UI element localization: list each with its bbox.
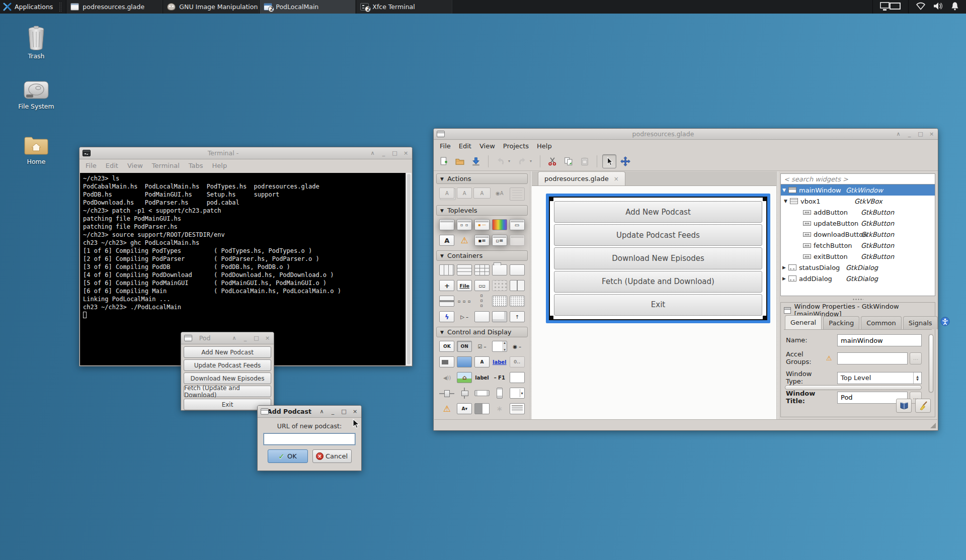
resize-handle[interactable] [763, 197, 767, 201]
minimize-button[interactable]: _ [380, 148, 387, 159]
tree-expander-icon[interactable]: ▼ [781, 188, 787, 193]
undo-button[interactable] [494, 154, 508, 168]
design-fetch-button[interactable]: Fetch (Update and Download) [554, 271, 762, 293]
terminal-titlebar[interactable]: Terminal - ∧ _ □ × [79, 147, 412, 159]
task-podlocalmain[interactable]: 2 PodLocalMain [259, 0, 356, 14]
filechooser-widget-icon[interactable]: File [457, 280, 472, 291]
spinner-icon[interactable]: ∗ [492, 403, 507, 414]
volume-button-icon[interactable]: ◀)) [439, 372, 454, 383]
notebook-icon[interactable] [492, 264, 507, 275]
properties-tab[interactable]: Packing [823, 316, 859, 329]
tree-row-addbutton[interactable]: addButton GtkButton [781, 207, 935, 218]
design-canvas[interactable]: Add New PodcastUpdate Podcast FeedsDownl… [532, 186, 776, 419]
resize-handle[interactable] [763, 316, 767, 320]
vbuttonbox-icon[interactable]: ▫ ▫ ▫ [476, 294, 488, 309]
maximize-button[interactable]: □ [341, 406, 347, 417]
layout-icon[interactable] [492, 311, 507, 322]
shade-button[interactable]: ∧ [231, 333, 237, 344]
tree-expander-icon[interactable]: ▼ [782, 199, 789, 204]
alignment-icon[interactable]: ↑ [510, 311, 525, 322]
open-project-button[interactable] [453, 154, 467, 168]
menu-item[interactable]: Edit [455, 141, 475, 151]
toggle-action-icon[interactable]: A [473, 188, 491, 199]
save-button[interactable] [469, 154, 483, 168]
toggle-button-icon[interactable]: ON [457, 341, 472, 352]
tree-row-mainwindow[interactable]: ▼ mainWindow GtkWindow [781, 184, 935, 196]
tree-expander-icon[interactable]: ▶ [781, 276, 787, 281]
tree-properties-splitter[interactable] [780, 296, 935, 302]
menu-item[interactable]: Terminal [148, 160, 184, 171]
cancel-button[interactable]: × Cancel [312, 449, 352, 463]
close-button[interactable]: × [352, 406, 358, 417]
combo-entry-icon[interactable]: ▾ [510, 388, 525, 399]
shade-button[interactable]: ∧ [895, 129, 902, 140]
palette-section-toplevels[interactable]: ▼ Toplevels [436, 205, 528, 216]
menu-item[interactable]: Tabs [185, 160, 207, 171]
pod-titlebar[interactable]: Pod ∧ _ □ × [181, 332, 274, 344]
maximize-button[interactable]: □ [391, 148, 398, 159]
color-selection-dialog-icon[interactable] [492, 219, 507, 230]
menu-item[interactable]: File [82, 160, 101, 171]
network-wifi-icon[interactable] [916, 2, 926, 12]
progress-bar-icon[interactable] [474, 403, 490, 414]
hscrollbar-icon[interactable] [474, 390, 490, 396]
applications-menu[interactable]: Applications [0, 0, 58, 14]
url-input[interactable] [264, 433, 355, 445]
add-new-podcast-button[interactable]: Add New Podcast [184, 346, 271, 358]
properties-tab[interactable]: Common [861, 316, 902, 329]
tree-expander-icon[interactable]: ▶ [781, 265, 787, 270]
info-bar-icon[interactable]: ⚠ [439, 403, 454, 414]
menu-item[interactable]: Help [208, 160, 231, 171]
design-exit-button[interactable]: Exit [554, 294, 762, 316]
properties-tab[interactable]: General [785, 315, 822, 329]
close-button[interactable]: × [264, 333, 271, 344]
about-dialog-icon[interactable]: ▪ — [474, 219, 490, 230]
properties-horizontal-scrollbar[interactable] [785, 385, 922, 390]
redo-dropdown-icon[interactable]: ▾ [530, 159, 535, 163]
add-podcast-titlebar[interactable]: Add Podcast ∧ _ □ × [258, 406, 361, 418]
link-button-icon[interactable]: label [492, 356, 507, 367]
close-button[interactable]: × [928, 129, 935, 140]
resize-handle[interactable] [549, 197, 553, 201]
documentation-button[interactable] [896, 399, 912, 413]
expander-icon[interactable]: ▷ – [457, 311, 472, 322]
hbuttonbox-icon[interactable]: ▫▫ [474, 280, 490, 291]
minimize-button[interactable]: _ [330, 406, 336, 417]
tree-row-exitbutton[interactable]: exitButton GtkButton [781, 251, 935, 262]
recent-action-icon[interactable] [510, 188, 525, 201]
tree-row-fetchbutton[interactable]: fetchButton GtkButton [781, 240, 935, 251]
vscrollbar-icon[interactable] [497, 388, 503, 399]
display-settings-icon[interactable] [880, 1, 901, 13]
menu-item[interactable]: View [123, 160, 147, 171]
accel-groups-ellipsis-button[interactable]: ... [910, 352, 922, 364]
cut-button[interactable] [545, 154, 559, 168]
hbox-icon[interactable] [439, 264, 454, 275]
minimize-button[interactable]: _ [242, 333, 249, 344]
text-view-icon[interactable] [510, 403, 525, 414]
accessibility-tab-icon[interactable] [940, 317, 950, 328]
selector-tool-button[interactable] [602, 154, 616, 168]
task-podresources-glade[interactable]: podresources.glade [66, 0, 163, 14]
font-combo-icon[interactable]: A▾ [457, 403, 472, 414]
text-entry-icon[interactable] [510, 372, 525, 383]
menu-item[interactable]: Help [533, 141, 556, 151]
vscale-icon[interactable] [457, 388, 471, 399]
new-project-button[interactable] [437, 154, 451, 168]
hpaned-icon[interactable] [510, 280, 525, 291]
stepper-icon[interactable]: ▲▼ [913, 372, 921, 384]
fixed-icon[interactable]: + [439, 280, 454, 291]
window-icon[interactable] [439, 219, 454, 230]
assistant-icon[interactable] [510, 235, 525, 246]
resize-handle[interactable] [549, 316, 553, 320]
image-icon[interactable]: ⌂ [457, 372, 472, 383]
combo-box-icon[interactable] [439, 356, 454, 367]
radio-action-icon[interactable]: ◉A [492, 188, 507, 199]
spin-button-icon[interactable] [492, 341, 507, 352]
viewport-icon[interactable] [510, 296, 525, 307]
accel-label-icon[interactable]: – F1 [492, 372, 507, 383]
menu-item[interactable]: Edit [102, 160, 122, 171]
design-update-podcast-feeds-button[interactable]: Update Podcast Feeds [554, 224, 762, 246]
message-dialog-icon[interactable]: ⚠ [457, 235, 472, 246]
file-chooser-dialog-icon[interactable]: ▭ [510, 219, 525, 230]
toolbar-icon[interactable] [492, 280, 507, 291]
